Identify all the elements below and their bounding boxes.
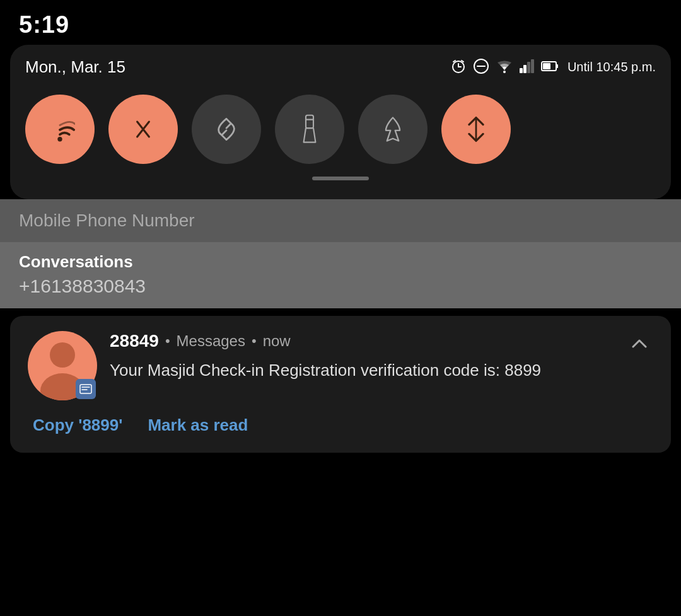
- scroll-bar: [312, 177, 369, 180]
- svg-point-18: [50, 342, 75, 368]
- notification-time: now: [263, 332, 291, 350]
- notification-app: Messages: [177, 332, 245, 350]
- mobiledata-icon: [461, 114, 491, 144]
- status-bar: 5:19: [0, 0, 681, 45]
- airplane-icon: [378, 114, 408, 144]
- conversations-section: Conversations +16138830843: [0, 242, 681, 308]
- svg-rect-14: [556, 64, 558, 68]
- autorotate-toggle[interactable]: [192, 95, 261, 164]
- wifi-status-icon: [496, 59, 513, 76]
- signal-icon: [520, 59, 535, 76]
- copy-code-button[interactable]: Copy '8899': [33, 416, 122, 435]
- mark-as-read-button[interactable]: Mark as read: [148, 416, 248, 435]
- message-badge-icon: [76, 379, 96, 399]
- scroll-indicator: [25, 177, 656, 180]
- svg-rect-11: [531, 59, 534, 73]
- quick-settings-panel: Mon., Mar. 15: [10, 45, 671, 199]
- dot2: •: [252, 333, 257, 349]
- conversations-label: Conversations: [19, 252, 662, 272]
- wifi-toggle[interactable]: [25, 95, 95, 164]
- avatar-wrap: [28, 331, 97, 400]
- alarm-icon: [450, 58, 467, 77]
- svg-point-7: [503, 71, 506, 73]
- svg-rect-10: [527, 62, 530, 73]
- time-display: 5:19: [19, 11, 69, 38]
- notification-actions: Copy '8899' Mark as read: [28, 416, 653, 435]
- wifi-toggle-icon: [45, 114, 75, 144]
- svg-point-15: [57, 137, 62, 141]
- flashlight-icon: [294, 114, 325, 144]
- status-icons-row: Until 10:45 p.m.: [450, 58, 656, 77]
- qs-header: Mon., Mar. 15: [25, 57, 656, 77]
- svg-rect-8: [520, 68, 523, 73]
- notification-top: 28849 • Messages • now Your Masjid Check…: [28, 331, 653, 400]
- autorotate-icon: [211, 114, 242, 144]
- dot1: •: [165, 333, 170, 349]
- notification-title-row: 28849 • Messages • now: [110, 331, 613, 351]
- qs-date: Mon., Mar. 15: [25, 57, 125, 77]
- svg-rect-9: [523, 65, 527, 73]
- notification-content: 28849 • Messages • now Your Masjid Check…: [110, 331, 613, 381]
- dnd-icon: [473, 58, 489, 77]
- svg-rect-20: [80, 385, 91, 393]
- bg-field-area: Mobile Phone Number: [0, 199, 681, 242]
- mobiledata-toggle[interactable]: [441, 95, 511, 164]
- field-label: Mobile Phone Number: [19, 211, 195, 230]
- notification-expand-button[interactable]: [626, 331, 653, 356]
- svg-rect-13: [543, 63, 550, 69]
- notification-sender: 28849: [110, 331, 159, 351]
- toggle-buttons-row: [25, 95, 656, 164]
- battery-text: Until 10:45 p.m.: [568, 60, 656, 74]
- flashlight-toggle[interactable]: [275, 95, 344, 164]
- svg-rect-16: [306, 115, 313, 129]
- notification-card: 28849 • Messages • now Your Masjid Check…: [10, 316, 671, 453]
- battery-icon: [541, 61, 559, 74]
- bluetooth-toggle[interactable]: [108, 95, 178, 164]
- airplane-toggle[interactable]: [358, 95, 428, 164]
- notification-body: Your Masjid Check-in Registration verifi…: [110, 359, 613, 381]
- bluetooth-toggle-icon: [128, 114, 158, 144]
- phone-number: +16138830843: [19, 276, 662, 297]
